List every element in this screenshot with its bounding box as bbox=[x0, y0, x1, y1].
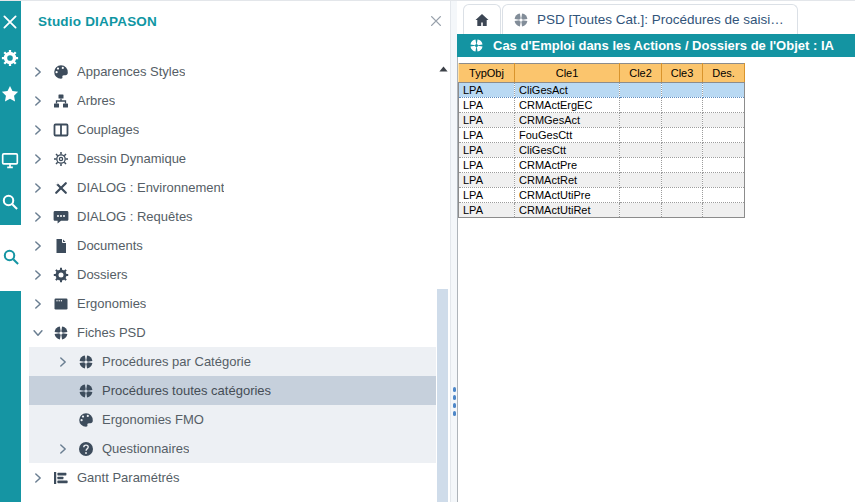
splitter-grip-dot bbox=[453, 395, 456, 400]
panel-title-bar: Cas d'Emploi dans les Actions / Dossiers… bbox=[457, 34, 855, 57]
left-icon-rail bbox=[0, 1, 21, 502]
table-cell bbox=[662, 113, 703, 128]
tree-item-ergonomies-fmo[interactable]: Ergonomies FMO bbox=[29, 405, 436, 434]
table-cell bbox=[662, 143, 703, 158]
tree-item-dialog-requetes[interactable]: DIALOG : Requêtes bbox=[29, 202, 436, 231]
tree-item-label: Arbres bbox=[77, 93, 115, 108]
palette-icon bbox=[78, 412, 94, 428]
tree-item-couplages[interactable]: Couplages bbox=[29, 115, 436, 144]
chevron-right-icon[interactable] bbox=[56, 355, 70, 369]
palette-icon bbox=[53, 64, 69, 80]
gear-outline-icon bbox=[53, 151, 69, 167]
tree-item-label: Dessin Dynamique bbox=[77, 151, 186, 166]
table-cell bbox=[620, 158, 662, 173]
rail-active-item[interactable] bbox=[0, 225, 21, 291]
splitter-grip-dot bbox=[453, 411, 456, 416]
tree-item-gantt-parametres[interactable]: Gantt Paramétrés bbox=[29, 463, 436, 492]
table-cell: LPA bbox=[459, 113, 515, 128]
table-cell: CRMGesAct bbox=[515, 113, 620, 128]
tree-item-label: DIALOG : Requêtes bbox=[77, 209, 193, 224]
tree-item-dessin-dynamique[interactable]: Dessin Dynamique bbox=[29, 144, 436, 173]
column-header-des[interactable]: Des. bbox=[703, 64, 745, 83]
table-cell bbox=[703, 188, 745, 203]
search-icon bbox=[2, 248, 20, 266]
star-icon[interactable] bbox=[1, 85, 19, 103]
gear-icon bbox=[53, 267, 69, 283]
main-panel: PSD [Toutes Cat.]: Procédures de saisie … bbox=[457, 1, 855, 502]
table-cell: LPA bbox=[459, 203, 515, 218]
table-cell bbox=[703, 83, 745, 98]
chevron-right-icon[interactable] bbox=[31, 152, 45, 166]
table-cell: CRMActUtiRet bbox=[515, 203, 620, 218]
table-cell: CliGesCtt bbox=[515, 143, 620, 158]
tab-home[interactable] bbox=[463, 4, 501, 34]
tree-item-apparences-styles[interactable]: Apparences Styles bbox=[29, 57, 436, 86]
tree-item-label: Questionnaires bbox=[102, 441, 189, 456]
tree-item-label: Documents bbox=[77, 238, 143, 253]
chevron-down-icon[interactable] bbox=[31, 326, 45, 340]
table-cell bbox=[703, 128, 745, 143]
close-icon[interactable] bbox=[1, 13, 19, 31]
cluster-icon bbox=[513, 12, 529, 28]
chevron-right-icon[interactable] bbox=[31, 297, 45, 311]
column-header-cle3[interactable]: Cle3 bbox=[662, 64, 703, 83]
tree-item-fiches-psd[interactable]: Fiches PSD bbox=[29, 318, 436, 347]
chevron-right-icon[interactable] bbox=[31, 471, 45, 485]
panel-title: Cas d'Emploi dans les Actions / Dossiers… bbox=[493, 38, 834, 53]
tree-item-label: Ergonomies FMO bbox=[102, 412, 204, 427]
tree-item-label: Apparences Styles bbox=[77, 64, 185, 79]
monitor-icon[interactable] bbox=[1, 151, 19, 169]
table-row[interactable]: LPACRMActRet bbox=[459, 173, 745, 188]
table-cell bbox=[620, 203, 662, 218]
tree-item-arbres[interactable]: Arbres bbox=[29, 86, 436, 115]
search-icon[interactable] bbox=[1, 193, 19, 211]
tree-item-label: DIALOG : Environnement bbox=[77, 180, 224, 195]
chevron-right-icon[interactable] bbox=[31, 210, 45, 224]
tree-item-label: Couplages bbox=[77, 122, 139, 137]
gear-icon[interactable] bbox=[1, 49, 19, 67]
tree-item-documents[interactable]: Documents bbox=[29, 231, 436, 260]
column-header-cle2[interactable]: Cle2 bbox=[620, 64, 662, 83]
table-cell bbox=[620, 173, 662, 188]
table-row[interactable]: LPACRMActErgEC bbox=[459, 98, 745, 113]
tree-item-dialog-environnement[interactable]: DIALOG : Environnement bbox=[29, 173, 436, 202]
tree-item-procedures-par-categorie[interactable]: Procédures par Catégorie bbox=[29, 347, 436, 376]
column-header-typobj[interactable]: TypObj bbox=[459, 64, 515, 83]
table-row[interactable]: LPAFouGesCtt bbox=[459, 128, 745, 143]
table-cell bbox=[620, 83, 662, 98]
columns-icon bbox=[53, 122, 69, 138]
table-row[interactable]: LPACRMActUtiPre bbox=[459, 188, 745, 203]
table-cell bbox=[620, 143, 662, 158]
navigation-tree: Apparences StylesArbresCouplagesDessin D… bbox=[21, 57, 436, 502]
table-cell: CRMActPre bbox=[515, 158, 620, 173]
tab-psd-document[interactable]: PSD [Toutes Cat.]: Procédures de saisie … bbox=[502, 4, 798, 34]
tree-item-dossiers[interactable]: Dossiers bbox=[29, 260, 436, 289]
chevron-right-icon[interactable] bbox=[31, 123, 45, 137]
sidebar: Studio DIAPASON Apparences StylesArbresC… bbox=[21, 1, 450, 502]
table-row[interactable]: LPACRMActPre bbox=[459, 158, 745, 173]
close-icon[interactable] bbox=[429, 14, 443, 28]
chevron-right-icon[interactable] bbox=[56, 442, 70, 456]
chevron-right-icon[interactable] bbox=[31, 181, 45, 195]
chevron-right-icon[interactable] bbox=[31, 268, 45, 282]
tree-item-procedures-toutes-categories[interactable]: Procédures toutes catégories bbox=[29, 376, 436, 405]
panel-splitter[interactable] bbox=[450, 1, 457, 502]
chevron-right-icon[interactable] bbox=[31, 239, 45, 253]
table-cell: CRMActErgEC bbox=[515, 98, 620, 113]
chevron-right-icon[interactable] bbox=[31, 94, 45, 108]
scroll-up-icon[interactable] bbox=[438, 64, 449, 75]
chevron-right-icon[interactable] bbox=[31, 65, 45, 79]
tree-item-questionnaires[interactable]: Questionnaires bbox=[29, 434, 436, 463]
table-row[interactable]: LPACRMGesAct bbox=[459, 113, 745, 128]
table-cell bbox=[662, 173, 703, 188]
sidebar-scrollbar-thumb[interactable] bbox=[437, 289, 448, 502]
table-cell: FouGesCtt bbox=[515, 128, 620, 143]
table-row[interactable]: LPACliGesAct bbox=[459, 83, 745, 98]
table-cell bbox=[620, 188, 662, 203]
table-row[interactable]: LPACliGesCtt bbox=[459, 143, 745, 158]
table-cell: CRMActRet bbox=[515, 173, 620, 188]
column-header-cle1[interactable]: Cle1 bbox=[515, 64, 620, 83]
table-row[interactable]: LPACRMActUtiRet bbox=[459, 203, 745, 218]
tree-item-ergonomies[interactable]: Ergonomies bbox=[29, 289, 436, 318]
tree-icon bbox=[53, 93, 69, 109]
